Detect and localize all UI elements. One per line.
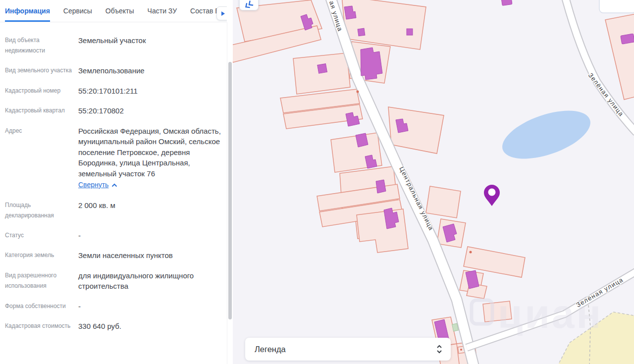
double-chevron-left-icon: [242, 0, 256, 11]
tab-information[interactable]: Информация: [5, 0, 50, 22]
field-row: Площадь декларированная 2 000 кв. м: [5, 200, 221, 221]
field-label: Адрес: [5, 126, 78, 191]
land-parcel[interactable]: [605, 14, 634, 100]
parcel-attributes: Вид объекта недвижимости Земельный участ…: [0, 22, 227, 332]
legend-bar[interactable]: Легенда: [245, 338, 451, 361]
field-label: Вид земельного участка: [5, 65, 78, 76]
field-value: Земельный участок: [78, 35, 146, 56]
building[interactable]: [376, 180, 386, 193]
tab-services[interactable]: Сервисы: [63, 0, 92, 22]
field-value-ownership: -: [78, 301, 81, 312]
building[interactable]: [317, 64, 327, 74]
field-label: Кадастровый квартал: [5, 105, 78, 116]
field-row-address: Адрес Российская Федерация, Омская облас…: [5, 126, 221, 191]
building[interactable]: [407, 29, 413, 35]
field-row: Категория земель Земли населенных пункто…: [5, 250, 221, 261]
map-point: [460, 349, 462, 351]
field-row: Вид разрешенного использования для индив…: [5, 270, 221, 292]
field-row: Вид объекта недвижимости Земельный участ…: [5, 35, 221, 56]
field-value-cadastral-block: 55:20:170802: [78, 105, 124, 116]
pond: [496, 101, 596, 168]
info-panel: Информация Сервисы Объекты Части ЗУ Сост…: [0, 0, 233, 364]
legend-label: Легенда: [255, 345, 286, 354]
land-parcel[interactable]: [293, 53, 350, 94]
field-row: Статус -: [5, 230, 221, 241]
field-value-status: -: [78, 230, 81, 241]
map-svg: ая улица Центральная улица Зелёная улица…: [233, 0, 634, 364]
field-label: Статус: [5, 230, 78, 241]
field-row: Вид земельного участка Землепользование: [5, 65, 221, 76]
land-parcel[interactable]: [357, 209, 408, 253]
address-collapse: Свернуть: [78, 180, 221, 191]
map-point: [357, 91, 359, 93]
field-value-cadastral-cost: 330 640 руб.: [78, 321, 121, 332]
collapse-address-link[interactable]: Свернуть: [78, 180, 108, 191]
map-canvas[interactable]: ая улица Центральная улица Зелёная улица…: [233, 0, 634, 364]
expander-icon: [436, 344, 443, 355]
map-control-box[interactable]: [599, 0, 634, 13]
field-value-permitted-use: для индивидуального жилищного строительс…: [78, 270, 221, 292]
field-row: Кадастровая стоимость 330 640 руб.: [5, 321, 221, 332]
tab-objects[interactable]: Объекты: [106, 0, 134, 22]
field-label: Кадастровая стоимость: [5, 321, 78, 332]
scrollbar-thumb[interactable]: [228, 62, 232, 319]
triangle-right-icon: [221, 11, 225, 16]
building[interactable]: [358, 28, 365, 36]
field-label: Кадастровый номер: [5, 86, 78, 97]
address-text: Российская Федерация, Омская область, му…: [78, 127, 221, 178]
land-parcel[interactable]: [388, 107, 444, 154]
field-label: Площадь декларированная: [5, 200, 78, 221]
field-value-address: Российская Федерация, Омская область, му…: [78, 126, 221, 191]
watermark: циан: [472, 291, 603, 336]
watermark-text: циан: [498, 291, 603, 336]
panel-scrollbar[interactable]: [227, 22, 233, 364]
field-value-cadastral-number: 55:20:170101:211: [78, 86, 138, 97]
location-pin-icon: [484, 185, 500, 206]
chevron-up-icon: [111, 183, 117, 187]
field-label: Вид объекта недвижимости: [5, 35, 78, 56]
tab-scroll-next-button[interactable]: [216, 6, 227, 20]
tab-bar: Информация Сервисы Объекты Части ЗУ Сост…: [0, 0, 227, 22]
land-parcel[interactable]: [426, 186, 461, 218]
building[interactable]: [501, 0, 512, 5]
map-point: [470, 251, 472, 254]
collapse-panel-button[interactable]: [239, 0, 259, 10]
field-value-land-category: Земли населенных пунктов: [78, 250, 173, 261]
cadastral-map-app: Информация Сервисы Объекты Части ЗУ Сост…: [0, 0, 634, 364]
field-row: Форма собственности -: [5, 301, 221, 312]
field-label: Категория земель: [5, 250, 78, 261]
field-label: Форма собственности: [5, 301, 78, 312]
field-label: Вид разрешенного использования: [5, 270, 78, 292]
field-value: Землепользование: [78, 65, 145, 76]
field-row: Кадастровый квартал 55:20:170802: [5, 105, 221, 116]
green-structure[interactable]: [452, 323, 459, 331]
building[interactable]: [356, 133, 368, 147]
field-row: Кадастровый номер 55:20:170101:211: [5, 86, 221, 97]
field-value-area: 2 000 кв. м: [78, 200, 115, 221]
tab-parcel-parts[interactable]: Части ЗУ: [148, 0, 177, 22]
